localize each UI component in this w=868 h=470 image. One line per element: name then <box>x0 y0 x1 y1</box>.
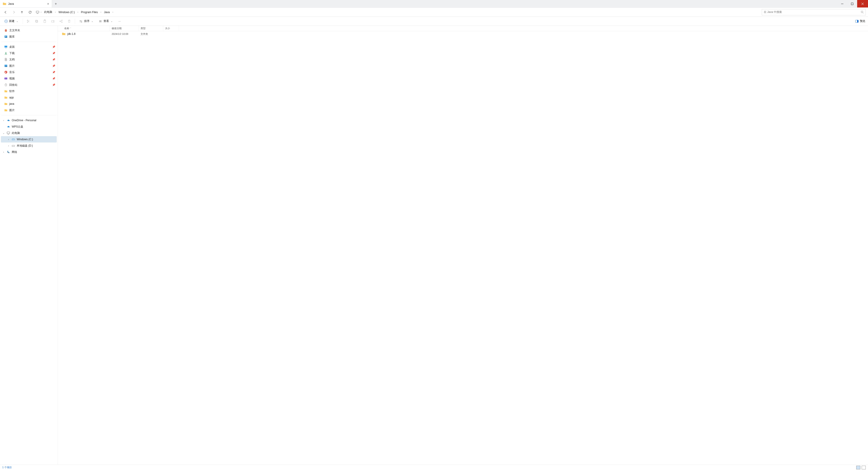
file-row[interactable]: jdk-1.8 2024/1/2 10:09 文件夹 <box>58 31 868 37</box>
sidebar-quick-music[interactable]: 音乐 📌 <box>1 69 57 75</box>
col-size[interactable]: 大小 <box>163 26 179 31</box>
up-button[interactable] <box>19 9 25 16</box>
preview-button[interactable]: 预览 <box>855 19 865 23</box>
forward-button[interactable] <box>10 9 17 16</box>
breadcrumb-item[interactable]: Windows (C:) <box>57 10 76 15</box>
svg-rect-0 <box>851 3 853 5</box>
sidebar-network[interactable]: › 网络 <box>1 149 57 155</box>
nav-row: › 此电脑 › Windows (C:) › Program Files › J… <box>0 8 868 17</box>
back-button[interactable] <box>2 9 9 16</box>
sidebar-label: 主文件夹 <box>9 29 20 32</box>
pin-icon: 📌 <box>52 52 55 55</box>
close-button[interactable] <box>857 0 868 7</box>
file-list: 名称 ˄ 修改日期 类型 大小 jdk-1.8 2024/1/2 10:09 文… <box>58 26 868 465</box>
status-text: 1 个项目 <box>2 466 12 469</box>
svg-rect-5 <box>35 20 37 22</box>
pin-icon: 📌 <box>52 71 55 74</box>
title-bar: Java × + <box>0 0 868 8</box>
col-label: 修改日期 <box>112 27 122 30</box>
sidebar-label: 回收站 <box>9 83 18 87</box>
column-headers: 名称 ˄ 修改日期 类型 大小 <box>58 26 868 31</box>
chevron-down-icon: ⌄ <box>91 20 94 22</box>
sidebar: 主文件夹 图库 桌面 📌 下载 📌 文档 📌 图片 📌 <box>0 26 58 465</box>
pin-icon: 📌 <box>52 77 55 80</box>
col-name[interactable]: 名称 ˄ <box>58 26 110 31</box>
view-button[interactable]: 查看 ⌄ <box>97 18 115 24</box>
chevron-right-icon[interactable]: › <box>100 11 102 13</box>
paste-button <box>41 18 48 25</box>
pin-icon: 📌 <box>52 64 55 67</box>
sidebar-label: 音乐 <box>9 70 15 74</box>
sidebar-quick-documents[interactable]: 文档 📌 <box>1 56 57 63</box>
expand-icon[interactable]: › <box>2 119 5 122</box>
breadcrumb-item[interactable]: Java <box>103 10 111 15</box>
toolbar-separator <box>75 19 75 24</box>
view-icon <box>98 20 102 23</box>
minimize-button[interactable] <box>837 0 847 7</box>
col-date[interactable]: 修改日期 <box>110 26 139 31</box>
sidebar-label: 文档 <box>9 58 15 61</box>
pin-icon: 📌 <box>52 84 55 86</box>
chevron-right-icon[interactable]: › <box>112 11 114 13</box>
breadcrumb-item[interactable]: 此电脑 <box>43 9 54 15</box>
collapse-icon[interactable]: ⌄ <box>2 132 5 134</box>
folder-icon <box>4 108 8 112</box>
status-bar: 1 个项目 <box>0 465 868 470</box>
col-type[interactable]: 类型 <box>139 26 163 31</box>
svg-point-11 <box>61 20 62 21</box>
sidebar-label: 本地磁盘 (D:) <box>17 144 33 148</box>
sidebar-onedrive[interactable]: › OneDrive - Personal <box>1 117 57 123</box>
chevron-right-icon[interactable]: › <box>77 11 79 13</box>
sidebar-gallery[interactable]: 图库 <box>1 33 57 40</box>
breadcrumb-bar[interactable]: › 此电脑 › Windows (C:) › Program Files › J… <box>35 9 761 15</box>
svg-point-12 <box>61 22 62 23</box>
sidebar-label: WPS云盘 <box>12 125 23 129</box>
sidebar-drive-c[interactable]: › Windows (C:) <box>1 136 57 143</box>
sidebar-home[interactable]: 主文件夹 <box>1 27 57 33</box>
folder-icon <box>4 89 8 93</box>
sidebar-quick-downloads[interactable]: 下载 📌 <box>1 50 57 56</box>
pictures-icon <box>4 64 8 68</box>
cloud-icon <box>6 125 10 128</box>
details-view-button[interactable] <box>856 466 860 469</box>
sidebar-label: 图片 <box>9 64 15 68</box>
expand-icon[interactable]: › <box>2 151 5 153</box>
gallery-icon <box>4 35 8 38</box>
col-label: 类型 <box>141 27 146 30</box>
icons-view-button[interactable] <box>862 466 866 469</box>
folder-icon <box>4 102 8 106</box>
refresh-button[interactable] <box>27 9 33 16</box>
sidebar-label: 网络 <box>12 150 17 154</box>
sort-button[interactable]: 排序 ⌄ <box>77 18 95 24</box>
sidebar-quick-recycle[interactable]: 回收站 📌 <box>1 82 57 88</box>
sidebar-quick-videos[interactable]: 视频 📌 <box>1 75 57 82</box>
sidebar-quick-java[interactable]: java <box>1 101 57 107</box>
maximize-button[interactable] <box>847 0 857 7</box>
sidebar-drive-d[interactable]: › 本地磁盘 (D:) <box>1 143 57 149</box>
file-type: 文件夹 <box>141 32 148 36</box>
sidebar-thispc[interactable]: ⌄ 此电脑 <box>1 130 57 136</box>
sidebar-quick-pictures[interactable]: 图片 📌 <box>1 63 57 69</box>
tab[interactable]: Java × <box>0 0 52 7</box>
expand-icon[interactable]: › <box>7 138 10 141</box>
document-icon <box>4 58 8 61</box>
tab-title: Java <box>8 2 14 5</box>
sidebar-wps[interactable]: WPS云盘 <box>1 123 57 130</box>
svg-point-2 <box>861 11 863 13</box>
preview-button-label: 预览 <box>860 19 865 23</box>
chevron-right-icon[interactable]: › <box>40 11 42 13</box>
preview-icon <box>855 20 859 23</box>
expand-icon[interactable]: › <box>7 145 10 147</box>
tab-close-button[interactable]: × <box>47 2 49 6</box>
music-icon <box>4 70 8 74</box>
chevron-right-icon[interactable]: › <box>55 11 56 13</box>
new-tab-button[interactable]: + <box>52 0 60 7</box>
search-input[interactable]: 在 Java 中搜索 <box>762 9 866 16</box>
sidebar-quick-pictures2[interactable]: 图片 <box>1 107 57 113</box>
breadcrumb-item[interactable]: Program Files <box>80 10 99 15</box>
new-button[interactable]: + 新建 ⌄ <box>3 18 20 24</box>
sidebar-quick-software[interactable]: 软件 <box>1 88 57 94</box>
more-button[interactable]: ··· <box>116 18 123 25</box>
sidebar-quick-desktop[interactable]: 桌面 📌 <box>1 43 57 50</box>
sidebar-quick-app[interactable]: app <box>1 94 57 101</box>
